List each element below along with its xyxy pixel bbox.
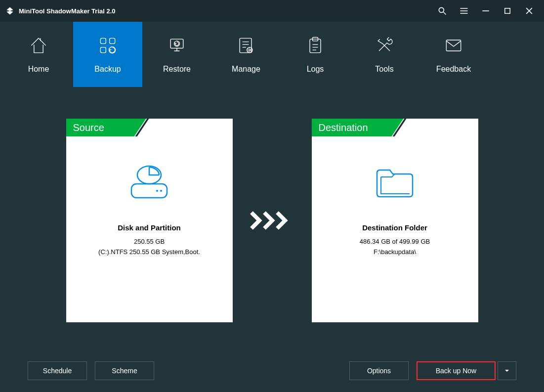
destination-card[interactable]: Destination Destination Folder 486.34 GB… (312, 119, 478, 322)
nav-label: Feedback (436, 65, 471, 74)
backup-now-group: Back up Now (417, 361, 516, 380)
cards-row: Source Disk and Partition 250.55 GB (C:)… (0, 87, 544, 322)
app-logo-icon (4, 5, 16, 17)
content-area: Source Disk and Partition 250.55 GB (C:)… (0, 87, 544, 392)
chevron-down-icon (504, 368, 510, 374)
nav-feedback[interactable]: Feedback (419, 22, 488, 87)
nav-backup[interactable]: Backup (73, 22, 142, 87)
folder-icon (371, 163, 418, 202)
destination-path: F:\backupdata\ (374, 248, 416, 256)
disk-icon (127, 163, 171, 202)
svg-rect-1 (505, 8, 510, 14)
restore-icon (166, 35, 188, 56)
search-icon[interactable] (431, 0, 453, 22)
source-card[interactable]: Source Disk and Partition 250.55 GB (C:)… (66, 119, 233, 322)
svg-rect-8 (240, 38, 251, 52)
maximize-icon[interactable] (497, 0, 518, 22)
nav-logs[interactable]: Logs (281, 22, 350, 87)
card-body: Disk and Partition 250.55 GB (C:).NTFS 2… (66, 136, 233, 322)
svg-rect-3 (110, 38, 115, 44)
nav-tools[interactable]: Tools (350, 22, 419, 87)
source-detail: (C:).NTFS 250.55 GB System,Boot. (98, 248, 200, 256)
manage-icon (235, 35, 257, 56)
destination-size: 486.34 GB of 499.99 GB (360, 238, 430, 245)
nav-label: Tools (375, 65, 393, 74)
minimize-icon[interactable] (475, 0, 497, 22)
backup-now-button[interactable]: Back up Now (417, 361, 496, 380)
close-icon[interactable] (518, 0, 540, 22)
feedback-icon (443, 35, 464, 56)
schedule-button[interactable]: Schedule (28, 361, 87, 380)
tools-icon (374, 35, 395, 56)
nav-restore[interactable]: Restore (142, 22, 211, 87)
bottom-bar: Schedule Scheme Options Back up Now (0, 361, 544, 380)
svg-point-0 (439, 7, 444, 12)
backup-now-dropdown[interactable] (498, 361, 516, 380)
main-nav: Home Backup Restore Manage Logs Tools (0, 22, 544, 87)
arrow-icon (250, 211, 295, 230)
nav-label: Home (28, 65, 49, 74)
svg-rect-4 (100, 47, 106, 53)
backup-icon (97, 35, 119, 56)
svg-rect-2 (100, 38, 106, 44)
nav-home[interactable]: Home (4, 22, 73, 87)
card-header: Destination (312, 119, 478, 136)
logs-icon (304, 35, 326, 56)
app-title: MiniTool ShadowMaker Trial 2.0 (19, 7, 116, 15)
menu-icon[interactable] (453, 0, 475, 22)
card-body: Destination Folder 486.34 GB of 499.99 G… (312, 136, 478, 322)
svg-point-10 (249, 49, 251, 51)
card-header-label: Destination (312, 119, 404, 136)
scheme-button[interactable]: Scheme (95, 361, 154, 380)
nav-label: Manage (232, 65, 260, 74)
titlebar: MiniTool ShadowMaker Trial 2.0 (0, 0, 544, 22)
options-button[interactable]: Options (349, 361, 409, 380)
svg-point-15 (156, 190, 158, 192)
destination-title: Destination Folder (362, 223, 427, 232)
source-size: 250.55 GB (134, 238, 165, 245)
nav-label: Logs (307, 65, 324, 74)
card-header: Source (66, 119, 233, 136)
card-header-label: Source (66, 119, 146, 136)
nav-label: Backup (94, 65, 121, 74)
home-icon (28, 35, 49, 56)
svg-rect-6 (170, 39, 183, 48)
svg-point-16 (160, 190, 162, 192)
nav-label: Restore (163, 65, 191, 74)
svg-rect-13 (446, 40, 460, 51)
source-title: Disk and Partition (118, 223, 181, 232)
nav-manage[interactable]: Manage (211, 22, 281, 87)
